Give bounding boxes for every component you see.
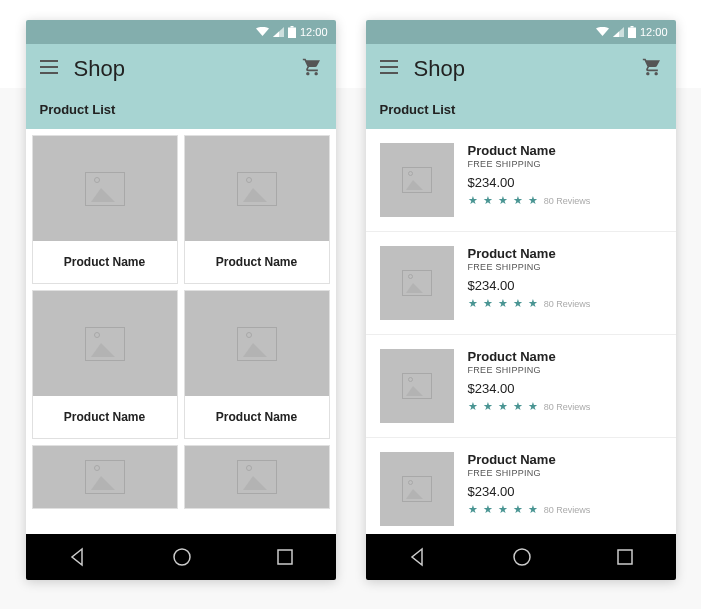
product-rating: ★ ★ ★ ★ ★ 80 Reviews: [468, 400, 662, 413]
status-time: 12:00: [300, 26, 328, 38]
svg-point-2: [174, 549, 190, 565]
product-thumbnail: [185, 291, 329, 396]
shipping-label: FREE SHIPPING: [468, 365, 662, 375]
page-title: Shop: [414, 56, 626, 82]
page-title: Shop: [74, 56, 286, 82]
cart-icon[interactable]: [302, 57, 322, 81]
product-name: Product Name: [468, 452, 662, 467]
shipping-label: FREE SHIPPING: [468, 159, 662, 169]
battery-icon: [288, 26, 296, 38]
review-count: 80 Reviews: [544, 505, 591, 515]
product-grid: Product Name Product Name Product Name P…: [26, 129, 336, 515]
svg-rect-5: [630, 26, 633, 28]
product-thumbnail: [380, 143, 454, 217]
star-icons: ★ ★ ★ ★ ★: [468, 400, 539, 413]
phone-list-layout: 12:00 Shop Product List Product Name: [366, 20, 676, 580]
product-price: $234.00: [468, 484, 662, 499]
app-bar: Shop: [26, 44, 336, 92]
product-thumbnail: [33, 446, 177, 508]
list-item[interactable]: Product Name FREE SHIPPING $234.00 ★ ★ ★…: [366, 232, 676, 335]
list-item[interactable]: Product Name FREE SHIPPING $234.00 ★ ★ ★…: [366, 438, 676, 534]
svg-rect-1: [290, 26, 293, 28]
star-icons: ★ ★ ★ ★ ★: [468, 503, 539, 516]
product-name: Product Name: [33, 396, 177, 438]
svg-rect-4: [628, 28, 636, 39]
svg-rect-3: [278, 550, 292, 564]
product-name: Product Name: [185, 241, 329, 283]
list-item[interactable]: Product Name FREE SHIPPING $234.00 ★ ★ ★…: [366, 335, 676, 438]
product-card[interactable]: Product Name: [184, 135, 330, 284]
section-header: Product List: [26, 92, 336, 129]
signal-icon: [613, 27, 624, 37]
shipping-label: FREE SHIPPING: [468, 468, 662, 478]
star-icons: ★ ★ ★ ★ ★: [468, 297, 539, 310]
cart-icon[interactable]: [642, 57, 662, 81]
app-bar: Shop: [366, 44, 676, 92]
product-thumbnail: [185, 446, 329, 508]
menu-icon[interactable]: [380, 60, 398, 78]
list-item[interactable]: Product Name FREE SHIPPING $234.00 ★ ★ ★…: [366, 129, 676, 232]
star-icons: ★ ★ ★ ★ ★: [468, 194, 539, 207]
status-bar: 12:00: [366, 20, 676, 44]
product-name: Product Name: [185, 396, 329, 438]
android-nav-bar: [26, 534, 336, 580]
menu-icon[interactable]: [40, 60, 58, 78]
svg-point-6: [514, 549, 530, 565]
status-time: 12:00: [640, 26, 668, 38]
android-nav-bar: [366, 534, 676, 580]
product-card[interactable]: [184, 445, 330, 509]
svg-rect-0: [288, 28, 296, 39]
svg-rect-7: [618, 550, 632, 564]
product-card[interactable]: [32, 445, 178, 509]
product-name: Product Name: [468, 349, 662, 364]
product-thumbnail: [33, 291, 177, 396]
recent-icon[interactable]: [616, 548, 634, 566]
battery-icon: [628, 26, 636, 38]
status-bar: 12:00: [26, 20, 336, 44]
product-card[interactable]: Product Name: [32, 290, 178, 439]
phone-grid-layout: 12:00 Shop Product List Product Name: [26, 20, 336, 580]
back-icon[interactable]: [68, 547, 88, 567]
product-price: $234.00: [468, 175, 662, 190]
product-card[interactable]: Product Name: [32, 135, 178, 284]
product-name: Product Name: [468, 143, 662, 158]
product-rating: ★ ★ ★ ★ ★ 80 Reviews: [468, 297, 662, 310]
review-count: 80 Reviews: [544, 402, 591, 412]
recent-icon[interactable]: [276, 548, 294, 566]
product-thumbnail: [380, 246, 454, 320]
product-thumbnail: [185, 136, 329, 241]
product-rating: ★ ★ ★ ★ ★ 80 Reviews: [468, 194, 662, 207]
home-icon[interactable]: [172, 547, 192, 567]
product-rating: ★ ★ ★ ★ ★ 80 Reviews: [468, 503, 662, 516]
product-name: Product Name: [468, 246, 662, 261]
product-thumbnail: [380, 452, 454, 526]
review-count: 80 Reviews: [544, 196, 591, 206]
product-name: Product Name: [33, 241, 177, 283]
product-thumbnail: [33, 136, 177, 241]
review-count: 80 Reviews: [544, 299, 591, 309]
wifi-icon: [596, 27, 609, 37]
product-price: $234.00: [468, 278, 662, 293]
back-icon[interactable]: [408, 547, 428, 567]
wifi-icon: [256, 27, 269, 37]
home-icon[interactable]: [512, 547, 532, 567]
product-list: Product Name FREE SHIPPING $234.00 ★ ★ ★…: [366, 129, 676, 534]
shipping-label: FREE SHIPPING: [468, 262, 662, 272]
product-card[interactable]: Product Name: [184, 290, 330, 439]
product-price: $234.00: [468, 381, 662, 396]
signal-icon: [273, 27, 284, 37]
product-thumbnail: [380, 349, 454, 423]
section-header: Product List: [366, 92, 676, 129]
